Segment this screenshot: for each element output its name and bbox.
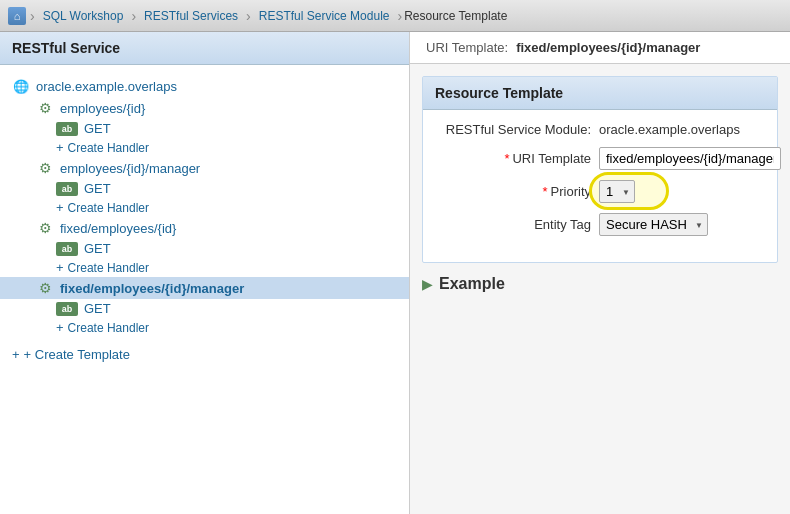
uri-bar-value: fixed/employees/{id}/manager [516,40,700,55]
link-employees-id-manager[interactable]: employees/{id}/manager [60,161,200,176]
breadcrumb-item-3: Resource Template [404,9,507,23]
tree-item-employees-id[interactable]: ⚙ employees/{id} [0,97,409,119]
example-arrow-icon[interactable]: ▶ [422,276,433,292]
module-name-item[interactable]: 🌐 oracle.example.overlaps [0,75,409,97]
breadcrumb-link-2[interactable]: RESTful Service Module [253,9,396,23]
resource-template-title: Resource Template [435,85,563,101]
form-label-priority: *Priority [439,184,599,199]
home-button[interactable]: ⌂ [8,7,26,25]
tree-item-fixed-employees-id-create[interactable]: + Create Handler [0,258,409,277]
tree-item-fixed-employees-id-manager-create[interactable]: + Create Handler [0,318,409,337]
right-panel: URI Template: fixed/employees/{id}/manag… [410,32,790,514]
create-handler-2[interactable]: Create Handler [68,261,149,275]
priority-select-wrapper: 1 2 3 4 5 [599,180,635,203]
create-handler-3[interactable]: Create Handler [68,321,149,335]
tree-container: 🌐 oracle.example.overlaps ⚙ employees/{i… [0,65,409,374]
link-employees-id-manager-get[interactable]: GET [84,181,111,196]
tree-item-fixed-employees-id-manager[interactable]: ⚙ fixed/employees/{id}/manager [0,277,409,299]
create-template-button[interactable]: + Create Template [24,347,130,362]
create-handler-0[interactable]: Create Handler [68,141,149,155]
form-row-module: RESTful Service Module: oracle.example.o… [439,122,761,137]
breadcrumb-link-1[interactable]: RESTful Services [138,9,244,23]
form-value-module: oracle.example.overlaps [599,122,740,137]
link-fixed-employees-id-manager-get[interactable]: GET [84,301,111,316]
breadcrumb-item-0[interactable]: SQL Workshop [37,9,130,23]
uri-bar: URI Template: fixed/employees/{id}/manag… [410,32,790,64]
tree-item-employees-id-manager-create[interactable]: + Create Handler [0,198,409,217]
tree-item-employees-id-create[interactable]: + Create Handler [0,138,409,157]
entity-tag-select-wrapper: Secure HASH None Query [599,213,708,236]
resource-template-header: Resource Template [423,77,777,110]
main-container: RESTful Service 🌐 oracle.example.overlap… [0,32,790,514]
breadcrumb-sep-1: › [131,8,136,24]
gear-icon-2: ⚙ [36,219,54,237]
priority-select[interactable]: 1 2 3 4 5 [599,180,635,203]
breadcrumb-sep-2: › [246,8,251,24]
link-employees-id[interactable]: employees/{id} [60,101,145,116]
required-star-uri: * [504,151,509,166]
tree-item-employees-id-get[interactable]: ab GET [0,119,409,138]
form-row-entity-tag: Entity Tag Secure HASH None Query [439,213,761,236]
tree-item-employees-id-manager[interactable]: ⚙ employees/{id}/manager [0,157,409,179]
breadcrumb-item-2[interactable]: RESTful Service Module [253,9,396,23]
example-label: Example [439,275,505,293]
tree-item-fixed-employees-id-manager-get[interactable]: ab GET [0,299,409,318]
create-handler-1[interactable]: Create Handler [68,201,149,215]
plus-icon-0: + [56,140,64,155]
create-template-item[interactable]: + + Create Template [0,345,409,364]
breadcrumb-link-0[interactable]: SQL Workshop [37,9,130,23]
link-fixed-employees-id[interactable]: fixed/employees/{id} [60,221,176,236]
link-fixed-employees-id-manager[interactable]: fixed/employees/{id}/manager [60,281,244,296]
plus-icon-create-template: + [12,347,20,362]
link-fixed-employees-id-get[interactable]: GET [84,241,111,256]
gear-icon-3: ⚙ [36,279,54,297]
ab-badge-1: ab [56,182,78,196]
priority-wrapper: 1 2 3 4 5 [599,180,635,203]
tree-item-fixed-employees-id-get[interactable]: ab GET [0,239,409,258]
gear-icon-1: ⚙ [36,159,54,177]
home-icon: ⌂ [8,7,26,25]
ab-badge-3: ab [56,302,78,316]
required-star-priority: * [542,184,547,199]
module-name-link[interactable]: oracle.example.overlaps [36,79,177,94]
tree-item-employees-id-manager-get[interactable]: ab GET [0,179,409,198]
uri-template-input[interactable] [599,147,781,170]
plus-icon-3: + [56,320,64,335]
link-employees-id-get[interactable]: GET [84,121,111,136]
left-panel: RESTful Service 🌐 oracle.example.overlap… [0,32,410,514]
entity-tag-select[interactable]: Secure HASH None Query [599,213,708,236]
form-label-module: RESTful Service Module: [439,122,599,137]
tree-item-fixed-employees-id[interactable]: ⚙ fixed/employees/{id} [0,217,409,239]
globe-icon: 🌐 [12,77,30,95]
breadcrumb-sep-0: › [30,8,35,24]
breadcrumb-active: Resource Template [404,9,507,23]
breadcrumb-sep-3: › [397,8,402,24]
gear-icon-0: ⚙ [36,99,54,117]
plus-icon-2: + [56,260,64,275]
breadcrumb: ⌂ › SQL Workshop › RESTful Services › RE… [0,0,790,32]
ab-badge-0: ab [56,122,78,136]
form-row-priority: *Priority 1 2 3 4 5 [439,180,761,203]
left-panel-header: RESTful Service [0,32,409,65]
ab-badge-2: ab [56,242,78,256]
example-section[interactable]: ▶ Example [422,275,778,293]
form-label-uri-template: *URI Template [439,151,599,166]
resource-template-body: RESTful Service Module: oracle.example.o… [423,110,777,262]
form-label-entity-tag: Entity Tag [439,217,599,232]
plus-icon-1: + [56,200,64,215]
uri-bar-label: URI Template: [426,40,508,55]
form-row-uri-template: *URI Template [439,147,761,170]
breadcrumb-item-1[interactable]: RESTful Services [138,9,244,23]
left-panel-title: RESTful Service [12,40,120,56]
resource-template-panel: Resource Template RESTful Service Module… [422,76,778,263]
